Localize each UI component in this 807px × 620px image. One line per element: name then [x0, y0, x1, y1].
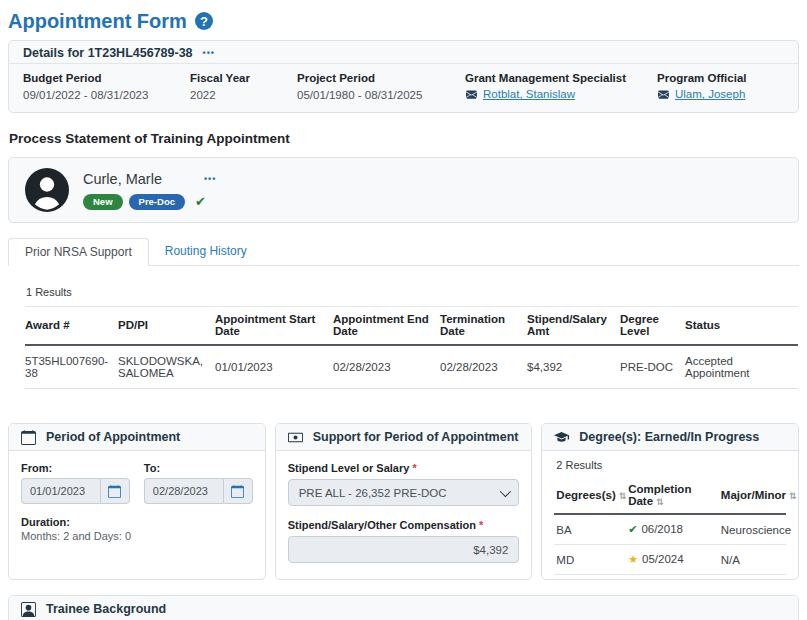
tab-prior-nrsa-support[interactable]: Prior NRSA Support [8, 238, 149, 266]
from-date-group: From: [21, 462, 130, 504]
cell-end-date: 02/28/2023 [333, 345, 440, 389]
degree-major: N/A [719, 545, 786, 575]
period-of-appointment-panel: Period of Appointment From: To: [8, 423, 266, 580]
degree-row: MD ★05/2024 N/A [554, 545, 786, 575]
degrees-panel: Degree(s): Earned/In Progress 2 Results … [541, 423, 799, 580]
calendar-icon [21, 430, 36, 445]
prior-support-table: Award # PD/PI Appointment Start Date App… [25, 306, 798, 389]
compensation-label: Stipend/Salary/Other Compensation * [288, 519, 520, 531]
sort-icon: ⇅ [656, 497, 664, 507]
duration-label: Duration: [21, 516, 253, 528]
col-stipend: Stipend/Salary Amt [527, 307, 620, 346]
budget-period-field: Budget Period 09/01/2022 - 08/31/2023 [23, 71, 190, 102]
col-status: Status [685, 307, 798, 346]
cell-start-date: 01/01/2023 [215, 345, 333, 389]
program-official-link[interactable]: Ulam, Joseph [675, 88, 745, 100]
trainee-name: Curle, Marle [83, 171, 162, 187]
degrees-header-row: Degrees(s)⇅ Completion Date⇅ Major/Minor… [554, 478, 786, 514]
col-degrees[interactable]: Degrees(s)⇅ [554, 478, 626, 514]
page-header: Appointment Form ? [8, 8, 799, 34]
panel-title: Period of Appointment [46, 430, 180, 444]
col-degree-level: Degree Level [620, 307, 685, 346]
degree-completion: ★05/2024 [626, 545, 719, 575]
compensation-input[interactable] [288, 536, 520, 563]
to-date-input[interactable] [144, 478, 223, 504]
details-panel: Details for 1T23HL456789-38 ••• Budget P… [8, 40, 799, 113]
grant-number: 1T23HL456789-38 [88, 46, 193, 60]
trainee-menu-button[interactable]: ••• [204, 174, 216, 184]
panel-title: Degree(s): Earned/In Progress [579, 430, 759, 444]
from-date-input[interactable] [21, 478, 100, 504]
support-panel: Support for Period of Appointment Stipen… [275, 423, 533, 580]
col-major-minor[interactable]: Major/Minor⇅ [719, 478, 786, 514]
section-heading: Process Statement of Training Appointmen… [9, 131, 799, 146]
new-status-badge: New [83, 194, 123, 210]
details-menu-button[interactable]: ••• [203, 48, 215, 58]
cell-award: 5T35HL007690-38 [25, 345, 118, 389]
degree-row: BA ✔06/2018 Neuroscience [554, 514, 786, 545]
page-title: Appointment Form [8, 8, 187, 34]
details-body: Budget Period 09/01/2022 - 08/31/2023 Fi… [9, 64, 798, 112]
cell-pdpi: SKLODOWSKA, SALOMEA [118, 345, 215, 389]
tab-bar: Prior NRSA Support Routing History [8, 238, 799, 266]
required-marker: * [412, 462, 416, 474]
details-title: Details for [23, 46, 84, 60]
required-marker: * [479, 519, 483, 531]
stipend-level-label: Stipend Level or Salary * [288, 462, 520, 474]
col-start-date: Appointment Start Date [215, 307, 333, 346]
sort-icon: ⇅ [789, 491, 797, 501]
trainee-background-panel: Trainee Background Field of Research Tra… [8, 595, 799, 620]
duration-value: Months: 2 and Days: 0 [21, 530, 253, 542]
cell-stipend: $4,392 [527, 345, 620, 389]
degree-completion: ✔06/2018 [626, 514, 719, 545]
degrees-table: Degrees(s)⇅ Completion Date⇅ Major/Minor… [554, 478, 786, 575]
person-avatar-icon [25, 168, 69, 212]
fiscal-year-field: Fiscal Year 2022 [190, 71, 297, 102]
sort-icon: ⇅ [619, 491, 627, 501]
col-completion-date[interactable]: Completion Date⇅ [626, 478, 719, 514]
program-official-field: Program Official Ulam, Joseph [657, 71, 784, 102]
to-calendar-button[interactable] [223, 478, 253, 504]
envelope-icon [465, 89, 478, 100]
grant-management-specialist-field: Grant Management Specialist Rotblat, Sta… [465, 71, 657, 102]
col-end-date: Appointment End Date [333, 307, 440, 346]
cell-termination-date: 02/28/2023 [440, 345, 527, 389]
to-label: To: [144, 462, 253, 474]
results-count: 1 Results [26, 286, 799, 298]
from-calendar-button[interactable] [100, 478, 130, 504]
project-period-field: Project Period 05/01/1980 - 08/31/2025 [297, 71, 465, 102]
in-progress-star-icon: ★ [628, 553, 638, 565]
panel-title: Support for Period of Appointment [313, 430, 519, 444]
calendar-icon [231, 485, 244, 498]
col-termination-date: Termination Date [440, 307, 527, 346]
help-icon[interactable]: ? [195, 12, 213, 30]
degrees-results-count: 2 Results [556, 459, 786, 471]
chevron-down-icon [500, 485, 511, 496]
gms-link[interactable]: Rotblat, Stanislaw [483, 88, 575, 100]
envelope-icon [657, 89, 670, 100]
cell-degree-level: PRE-DOC [620, 345, 685, 389]
stipend-level-select[interactable]: PRE ALL - 26,352 PRE-DOC [288, 479, 520, 506]
col-pdpi: PD/PI [118, 307, 215, 346]
cell-status: Accepted Appointment [685, 345, 798, 389]
to-date-group: To: [144, 462, 253, 504]
details-header: Details for 1T23HL456789-38 ••• [9, 41, 798, 64]
table-header-row: Award # PD/PI Appointment Start Date App… [25, 307, 798, 346]
from-label: From: [21, 462, 130, 474]
tab-routing-history[interactable]: Routing History [149, 238, 263, 265]
trainee-summary-card: Curle, Marle ••• New Pre-Doc ✔ [8, 157, 799, 223]
calendar-icon [108, 485, 121, 498]
panel-row: Period of Appointment From: To: [8, 423, 799, 580]
table-row: 5T35HL007690-38 SKLODOWSKA, SALOMEA 01/0… [25, 345, 798, 389]
check-icon: ✔ [195, 196, 206, 208]
cash-icon [288, 430, 303, 445]
graduation-cap-icon [554, 430, 569, 445]
degree-major: Neuroscience [719, 514, 786, 545]
col-award: Award # [25, 307, 118, 346]
degree-name: BA [554, 514, 626, 545]
degree-name: MD [554, 545, 626, 575]
person-square-icon [21, 602, 36, 617]
duration-field: Duration: Months: 2 and Days: 0 [21, 516, 253, 542]
predoc-badge: Pre-Doc [129, 194, 185, 210]
earned-check-icon: ✔ [628, 523, 637, 535]
